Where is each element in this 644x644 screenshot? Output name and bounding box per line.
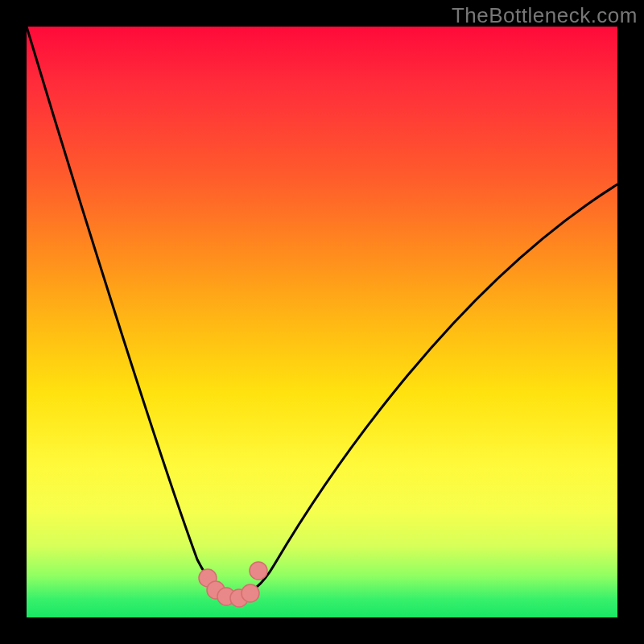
curve-path [27, 27, 617, 597]
bottleneck-curve [27, 27, 617, 617]
marker-dot [250, 562, 267, 580]
marker-dot [242, 584, 259, 602]
plot-area [27, 27, 617, 617]
trough-markers [199, 562, 267, 607]
watermark-text: TheBottleneck.com [452, 3, 638, 28]
chart-frame: TheBottleneck.com [0, 0, 644, 644]
